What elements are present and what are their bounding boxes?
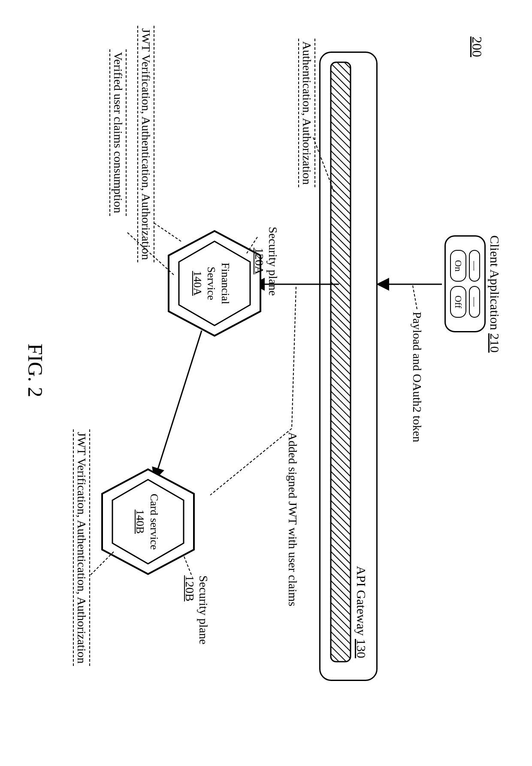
api-gateway-label: API Gateway 130 — [351, 61, 369, 671]
label-serviceB-jwt: JWT Verification, Authentication, Author… — [73, 429, 90, 666]
client-off-button[interactable]: Off — [450, 286, 466, 318]
svg-line-7 — [292, 287, 296, 429]
leader-arrow1 — [408, 286, 417, 311]
serviceA-ref: 140A — [191, 271, 204, 296]
client-title-ref: 210 — [488, 333, 502, 353]
security-plane-a-text: Security plane — [266, 227, 280, 296]
leader-gateway-auth — [311, 137, 335, 202]
label-verified-claims: Verified user claims consumption — [109, 49, 127, 216]
serviceA-name1: Financial — [219, 263, 232, 304]
client-btn-placeholder-2: — — [469, 286, 480, 318]
leader-verified-claims — [122, 232, 174, 292]
client-title: Client Application 210 — [487, 235, 502, 353]
security-plane-b-text: Security plane — [197, 575, 210, 644]
client-title-text: Client Application — [488, 235, 502, 330]
svg-line-5 — [313, 137, 335, 193]
svg-line-18 — [90, 552, 114, 575]
svg-line-11 — [247, 237, 257, 253]
svg-line-17 — [184, 556, 192, 576]
financial-service-label: Financial Service 140A — [190, 228, 233, 339]
serviceA-name2: Service — [206, 267, 218, 300]
svg-line-14 — [156, 331, 202, 474]
leader-secplane-a — [240, 237, 257, 263]
svg-line-8 — [210, 429, 292, 495]
card-service-label: Card service 140B — [133, 466, 161, 578]
leader-secplane-b — [179, 556, 192, 580]
svg-line-13 — [127, 232, 174, 275]
label-payload-oauth2: Payload and OAuth2 token — [409, 309, 425, 445]
serviceB-name1: Card service — [148, 494, 160, 550]
figure-reference: 200 — [469, 36, 485, 57]
security-plane-b-label: Security plane 120B — [183, 575, 210, 644]
api-gateway-text: API Gateway — [354, 566, 369, 635]
client-btn-placeholder-1: — — [469, 250, 480, 282]
serviceB-ref: 140B — [134, 510, 147, 534]
api-gateway-ref: 130 — [354, 639, 369, 658]
security-plane-b-ref: 120B — [183, 575, 196, 644]
svg-line-1 — [413, 286, 417, 309]
arrow-serviceA-to-serviceB — [150, 331, 202, 481]
client-on-button[interactable]: On — [450, 250, 466, 282]
figure-title: FIG. 2 — [24, 343, 47, 397]
client-application-block: Client Application 210 — On — Off — [444, 235, 502, 353]
leader-serviceB-jwt — [88, 552, 114, 586]
